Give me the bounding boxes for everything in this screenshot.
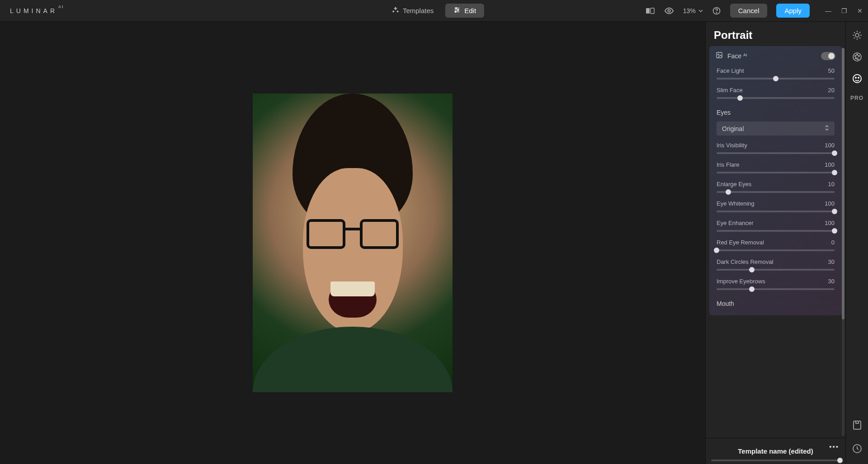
window-controls: — ❐ ✕ <box>825 7 863 14</box>
tool-essentials[interactable] <box>852 30 863 42</box>
slider-value: 100 <box>825 161 835 168</box>
iris-preset-select[interactable]: Original <box>717 122 835 136</box>
svg-point-12 <box>718 54 719 55</box>
iris-preset-value: Original <box>722 125 744 132</box>
slider-value: 20 <box>828 87 835 94</box>
slider-label: Improve Eyebrows <box>717 278 765 285</box>
main-area: Portrait Face ᴬᴵ Face Light50 <box>0 22 868 464</box>
svg-point-3 <box>458 9 459 11</box>
slider-value: 30 <box>828 278 835 285</box>
tool-portrait[interactable] <box>852 73 863 86</box>
slider-slim-face[interactable]: Slim Face20 <box>709 85 842 104</box>
slider-iris-flare[interactable]: Iris Flare100 <box>709 159 842 179</box>
mode-tabs: Templates Edit <box>384 4 484 18</box>
slider-value: 100 <box>825 142 835 149</box>
slider-eyebrows[interactable]: Improve Eyebrows30 <box>709 276 842 295</box>
tab-edit-label: Edit <box>464 7 476 14</box>
brand-text: LUMINAR <box>10 7 57 14</box>
preview-eye-icon[interactable] <box>664 6 674 16</box>
apply-button[interactable]: Apply <box>776 4 810 18</box>
tool-export[interactable] <box>852 420 863 432</box>
svg-point-17 <box>858 56 859 56</box>
svg-point-5 <box>455 11 457 13</box>
slider-value: 50 <box>828 67 835 74</box>
svg-point-10 <box>716 12 717 13</box>
svg-point-21 <box>858 77 859 78</box>
slider-label: Eye Whitening <box>717 200 755 207</box>
sparkle-icon <box>392 6 399 15</box>
svg-point-8 <box>668 9 670 12</box>
window-maximize-icon[interactable]: ❐ <box>841 7 847 14</box>
top-bar: LUMINARAI Templates Edit 13% C <box>0 0 868 22</box>
svg-point-20 <box>855 77 856 78</box>
section-face-header[interactable]: Face ᴬᴵ <box>709 46 842 66</box>
slider-label: Iris Flare <box>717 161 740 168</box>
tool-creative[interactable] <box>852 52 863 64</box>
slider-value: 100 <box>825 220 835 226</box>
sliders-icon <box>453 6 461 15</box>
window-minimize-icon[interactable]: — <box>825 7 831 14</box>
panel-scroll[interactable]: Face ᴬᴵ Face Light50 Slim Face20 Eyes <box>706 46 845 438</box>
slider-label: Slim Face <box>717 87 743 94</box>
right-panels: Portrait Face ᴬᴵ Face Light50 <box>705 22 868 464</box>
section-face-visibility-toggle[interactable] <box>821 52 835 60</box>
window-close-icon[interactable]: ✕ <box>857 7 863 14</box>
slider-face-light[interactable]: Face Light50 <box>709 66 842 85</box>
slider-dark-circles[interactable]: Dark Circles Removal30 <box>709 257 842 276</box>
compare-icon[interactable] <box>646 8 655 14</box>
section-face-label: Face ᴬᴵ <box>727 52 747 60</box>
svg-rect-11 <box>717 52 722 58</box>
svg-point-1 <box>456 8 457 9</box>
portrait-icon <box>716 52 723 60</box>
slider-value: 10 <box>828 181 835 187</box>
tab-templates-label: Templates <box>403 7 434 14</box>
slider-eye-enhancer[interactable]: Eye Enhancer100 <box>709 218 842 237</box>
tab-edit[interactable]: Edit <box>445 4 484 18</box>
canvas[interactable] <box>0 22 705 464</box>
template-strength-slider[interactable] <box>711 459 840 461</box>
slider-label: Face Light <box>717 67 744 74</box>
cancel-button[interactable]: Cancel <box>730 4 768 18</box>
panel-title: Portrait <box>706 22 845 46</box>
slider-label: Iris Visibility <box>717 142 747 149</box>
svg-point-13 <box>855 33 859 37</box>
edit-panel: Portrait Face ᴬᴵ Face Light50 <box>705 22 845 464</box>
section-mouth-label: Mouth <box>709 295 842 311</box>
svg-point-18 <box>855 58 856 59</box>
slider-label: Dark Circles Removal <box>717 258 774 265</box>
tool-rail: PRO <box>845 22 868 464</box>
help-icon[interactable] <box>712 6 721 15</box>
template-name: Template name (edited) <box>738 447 813 455</box>
zoom-value: 13% <box>683 7 696 14</box>
svg-rect-6 <box>646 8 650 14</box>
svg-rect-22 <box>854 421 861 429</box>
slider-iris-visibility[interactable]: Iris Visibility100 <box>709 140 842 159</box>
scrollbar[interactable] <box>842 48 844 436</box>
section-eyes-label: Eyes <box>709 104 842 120</box>
photo-preview <box>253 94 453 392</box>
slider-label: Enlarge Eyes <box>717 181 751 187</box>
slider-value: 0 <box>831 239 835 246</box>
slider-value: 100 <box>825 200 835 207</box>
zoom-dropdown[interactable]: 13% <box>683 7 703 14</box>
tool-history[interactable] <box>852 443 863 456</box>
slider-enlarge-eyes[interactable]: Enlarge Eyes10 <box>709 179 842 198</box>
tab-templates[interactable]: Templates <box>384 4 442 18</box>
slider-eye-whitening[interactable]: Eye Whitening100 <box>709 198 842 218</box>
tool-pro[interactable]: PRO <box>850 95 863 101</box>
topbar-right: 13% Cancel Apply — ❐ ✕ <box>646 4 863 18</box>
slider-value: 30 <box>828 258 835 265</box>
section-face: Face ᴬᴵ Face Light50 Slim Face20 Eyes <box>709 46 842 315</box>
updown-icon <box>825 125 829 132</box>
slider-label: Eye Enhancer <box>717 220 754 226</box>
svg-point-16 <box>856 54 857 55</box>
template-more-icon[interactable]: ••• <box>829 443 839 450</box>
svg-point-15 <box>854 56 855 56</box>
slider-red-eye[interactable]: Red Eye Removal0 <box>709 237 842 257</box>
slider-label: Red Eye Removal <box>717 239 764 246</box>
app-logo: LUMINARAI <box>10 7 64 14</box>
brand-sup: AI <box>58 5 64 9</box>
chevron-down-icon <box>698 9 703 13</box>
template-bar: ••• Template name (edited) <box>706 438 845 464</box>
svg-point-19 <box>853 75 861 83</box>
